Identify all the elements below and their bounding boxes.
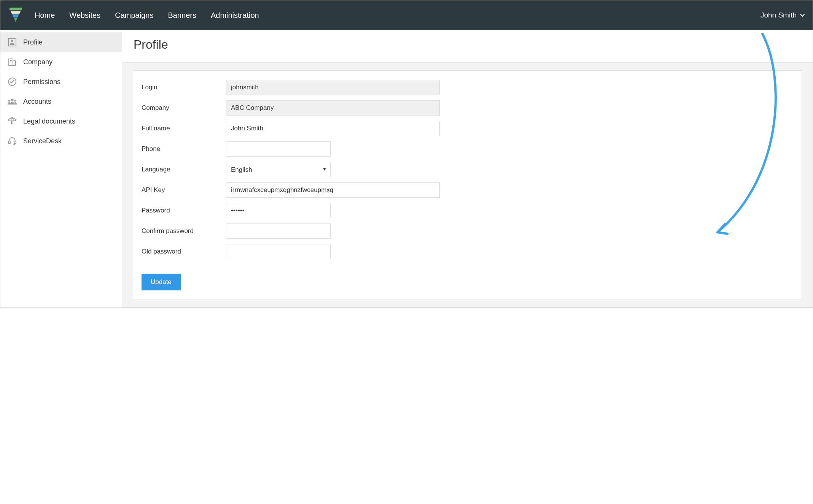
content: Profile Login Company Full name <box>122 30 813 307</box>
svg-point-11 <box>14 100 16 102</box>
full-name-input[interactable] <box>226 121 440 136</box>
password-label: Password <box>142 207 226 214</box>
password-input[interactable] <box>226 203 331 218</box>
update-button[interactable]: Update <box>142 274 181 290</box>
login-label: Login <box>142 84 226 91</box>
page-header: Profile <box>122 30 813 63</box>
svg-rect-2 <box>9 59 13 65</box>
form-row-confirm-password: Confirm password <box>142 223 793 239</box>
nav-items: Home Websites Campaigns Banners Administ… <box>35 11 259 20</box>
company-label: Company <box>142 104 226 112</box>
topnav: Home Websites Campaigns Banners Administ… <box>0 0 813 30</box>
form-row-full-name: Full name <box>142 121 793 136</box>
svg-point-1 <box>11 40 13 42</box>
sidebar: Profile Company Permissions Accounts Leg… <box>0 30 122 307</box>
api-key-input[interactable] <box>226 182 440 198</box>
user-name: John Smith <box>760 11 797 19</box>
form-row-old-password: Old password <box>142 244 793 259</box>
company-icon <box>7 57 17 67</box>
svg-point-9 <box>11 99 14 101</box>
sidebar-item-permissions[interactable]: Permissions <box>0 72 122 92</box>
sidebar-item-label: Company <box>23 58 53 66</box>
nav-administration[interactable]: Administration <box>211 11 259 20</box>
sidebar-item-label: Permissions <box>23 78 60 86</box>
form-row-company: Company <box>142 100 793 116</box>
svg-rect-6 <box>10 62 11 62</box>
user-menu[interactable]: John Smith <box>760 11 805 19</box>
main-layout: Profile Company Permissions Accounts Leg… <box>0 30 813 307</box>
profile-form: Login Company Full name Phone Language <box>133 70 802 300</box>
sidebar-item-legal-documents[interactable]: Legal documents <box>0 111 122 131</box>
phone-input[interactable] <box>226 141 331 157</box>
form-row-language: Language English <box>142 162 793 177</box>
sidebar-item-label: Accounts <box>23 98 51 106</box>
svg-rect-14 <box>14 141 16 144</box>
app-logo[interactable] <box>8 8 23 23</box>
sidebar-item-profile[interactable]: Profile <box>0 32 122 52</box>
nav-websites[interactable]: Websites <box>69 11 100 20</box>
sidebar-item-label: ServiceDesk <box>23 137 62 145</box>
full-name-label: Full name <box>142 125 226 132</box>
servicedesk-icon <box>7 136 17 146</box>
login-input <box>226 80 440 95</box>
api-key-label: API Key <box>142 186 226 194</box>
old-password-label: Old password <box>142 248 226 255</box>
confirm-password-label: Confirm password <box>142 227 226 235</box>
page-title: Profile <box>134 38 801 52</box>
accounts-icon <box>7 97 17 106</box>
svg-rect-13 <box>8 141 10 144</box>
form-row-api-key: API Key <box>142 182 793 198</box>
nav-home[interactable]: Home <box>35 11 55 20</box>
form-row-password: Password <box>142 203 793 218</box>
sidebar-item-accounts[interactable]: Accounts <box>0 92 122 111</box>
form-row-login: Login <box>142 80 793 95</box>
sidebar-item-label: Profile <box>23 38 43 46</box>
svg-point-10 <box>8 100 10 102</box>
nav-banners[interactable]: Banners <box>168 11 196 20</box>
old-password-input[interactable] <box>226 244 331 259</box>
permissions-icon <box>7 77 17 87</box>
svg-rect-12 <box>11 121 13 124</box>
chevron-down-icon <box>800 13 805 18</box>
sidebar-item-label: Legal documents <box>23 117 75 125</box>
language-select[interactable]: English <box>226 162 331 177</box>
confirm-password-input[interactable] <box>226 223 331 239</box>
svg-rect-4 <box>10 60 11 61</box>
svg-rect-5 <box>11 60 12 61</box>
svg-rect-3 <box>13 61 16 65</box>
sidebar-item-company[interactable]: Company <box>0 52 122 72</box>
sidebar-item-servicedesk[interactable]: ServiceDesk <box>0 131 122 151</box>
svg-rect-7 <box>11 62 12 62</box>
profile-icon <box>7 37 17 47</box>
legal-icon <box>7 116 17 126</box>
phone-label: Phone <box>142 145 226 153</box>
content-body: Login Company Full name Phone Language <box>122 63 813 307</box>
form-row-phone: Phone <box>142 141 793 157</box>
company-input <box>226 100 440 116</box>
language-label: Language <box>142 166 226 173</box>
nav-campaigns[interactable]: Campaigns <box>115 11 153 20</box>
